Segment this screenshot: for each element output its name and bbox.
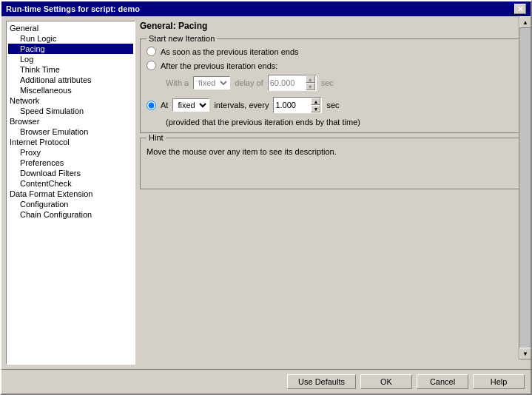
iteration-group-title: Start new Iteration: [147, 34, 217, 43]
tree-item-data-format-extension[interactable]: Data Format Extension: [8, 189, 133, 199]
tree-item-network[interactable]: Network: [8, 95, 133, 106]
tree-item-run-logic[interactable]: Run Logic: [8, 33, 133, 44]
delay-type-select[interactable]: fixed: [193, 76, 230, 90]
tree-item-pacing[interactable]: Pacing: [8, 44, 133, 54]
main-window: Run-time Settings for script: demo ✕ Gen…: [0, 0, 532, 395]
intervals-label: intervals, every: [214, 101, 269, 109]
right-panel: General: Pacing Start new Iteration As s…: [140, 21, 526, 365]
option1-row: As soon as the previous iteration ends: [147, 47, 519, 56]
option1-radio[interactable]: [147, 47, 156, 56]
note-text: (provided that the previous iteration en…: [166, 118, 519, 126]
option1-label[interactable]: As soon as the previous iteration ends: [161, 47, 299, 56]
scroll-down-button[interactable]: ▼: [519, 348, 531, 359]
hint-box: Hint Move the mouse over any item to see…: [140, 138, 526, 189]
interval-spin-down[interactable]: ▼: [311, 105, 320, 112]
tree-item-browser[interactable]: Browser: [8, 116, 133, 126]
tree-item-download-filters[interactable]: Download Filters: [8, 168, 133, 178]
option2-row: After the previous iteration ends:: [147, 61, 519, 70]
hint-title: Hint: [147, 133, 166, 142]
interval-type-select[interactable]: fixed: [172, 98, 209, 112]
interval-spin: ▲ ▼: [273, 97, 322, 113]
delay-spin-buttons: ▲ ▼: [306, 75, 316, 90]
interval-input[interactable]: [274, 100, 311, 110]
tree-item-configuration[interactable]: Configuration: [8, 199, 133, 209]
tree-item-preferences[interactable]: Preferences: [8, 158, 133, 168]
tree-item-additional-attributes[interactable]: Additional attributes: [8, 75, 133, 85]
scroll-track[interactable]: [519, 28, 531, 348]
tree-item-chain-configuration[interactable]: Chain Configuration: [8, 209, 133, 220]
interval-sec-label: sec: [326, 101, 339, 109]
option3-row: At fixed intervals, every ▲ ▼ sec: [147, 97, 519, 113]
option2-radio[interactable]: [147, 61, 156, 70]
delay-label: delay of: [235, 78, 263, 87]
tree-item-browser-emulation[interactable]: Browser Emulation: [8, 126, 133, 137]
tree-item-proxy[interactable]: Proxy: [8, 147, 133, 158]
window-title: Run-time Settings for script: demo: [6, 4, 140, 13]
right-scrollbar: ▲ ▼: [519, 16, 531, 359]
tree-item-miscellaneous[interactable]: Miscellaneous: [8, 85, 133, 95]
section-title: General: Pacing: [140, 21, 526, 31]
title-bar: Run-time Settings for script: demo ✕: [1, 1, 531, 16]
option3-radio[interactable]: [147, 101, 156, 110]
tree-panel: General Run Logic Pacing Log Think Time …: [6, 21, 135, 365]
iteration-group: Start new Iteration As soon as the previ…: [140, 38, 526, 133]
use-defaults-button[interactable]: Use Defaults: [287, 374, 356, 389]
scroll-up-button[interactable]: ▲: [519, 16, 531, 28]
button-row: Use Defaults OK Cancel Help: [1, 369, 531, 394]
tree-item-speed-simulation[interactable]: Speed Simulation: [8, 106, 133, 116]
delay-spin: ▲ ▼: [268, 75, 317, 91]
tree-item-internet-protocol[interactable]: Internet Protocol: [8, 137, 133, 147]
hint-text: Move the mouse over any item to see its …: [147, 147, 519, 156]
option2-label[interactable]: After the previous iteration ends:: [161, 61, 277, 70]
interval-spin-buttons: ▲ ▼: [311, 98, 321, 112]
close-button[interactable]: ✕: [514, 4, 526, 14]
cancel-button[interactable]: Cancel: [417, 374, 468, 389]
ok-button[interactable]: OK: [360, 374, 412, 389]
interval-spin-up[interactable]: ▲: [311, 98, 320, 105]
delay-spin-up[interactable]: ▲: [306, 75, 315, 83]
option3-at-label[interactable]: At: [161, 101, 168, 109]
tree-item-think-time[interactable]: Think Time: [8, 64, 133, 75]
help-button[interactable]: Help: [473, 374, 525, 389]
delay-sec-label: sec: [321, 78, 334, 87]
delay-spin-down[interactable]: ▼: [306, 83, 315, 90]
tree-item-content-check[interactable]: ContentCheck: [8, 178, 133, 189]
tree-item-log[interactable]: Log: [8, 54, 133, 64]
with-label: With a: [166, 78, 189, 87]
sub-option-row: With a fixed delay of ▲ ▼ sec: [166, 75, 519, 91]
tree-item-general[interactable]: General: [8, 23, 133, 33]
delay-input[interactable]: [269, 78, 306, 88]
